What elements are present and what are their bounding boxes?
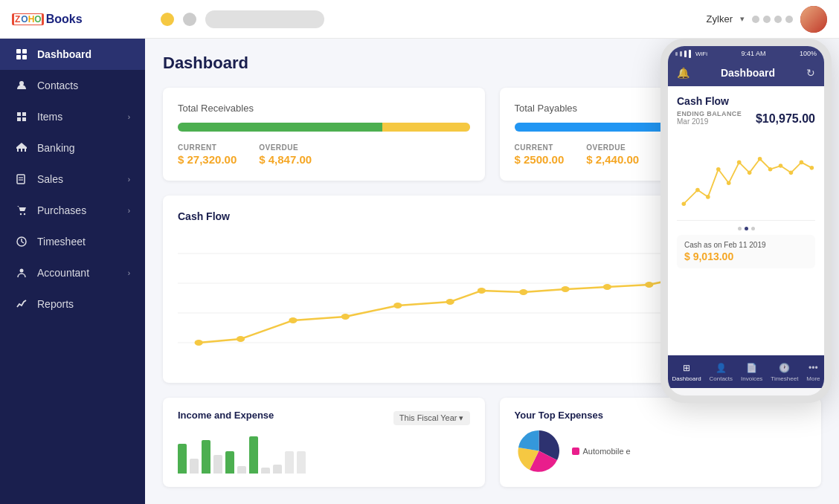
signal-3 bbox=[684, 51, 687, 57]
receivables-progress-inner bbox=[178, 123, 470, 132]
signal-4 bbox=[689, 50, 691, 58]
phone-dot-2 bbox=[745, 227, 748, 230]
phone-nav-dashboard[interactable]: ⊞ Dashboard bbox=[672, 362, 701, 382]
svg-point-50 bbox=[779, 164, 783, 168]
payables-current-amount: $ 2500.00 bbox=[515, 153, 565, 166]
bar-1 bbox=[178, 444, 187, 474]
sidebar-label-banking: Banking bbox=[37, 142, 75, 154]
phone-signal: WiFi bbox=[675, 50, 707, 58]
sidebar-item-accountant[interactable]: Accountant › bbox=[0, 257, 145, 288]
bar-5 bbox=[225, 451, 234, 474]
legend-automobile-color bbox=[572, 448, 579, 455]
phone-bottom-section: Cash as on Feb 11 2019 $ 9,013.00 bbox=[677, 235, 815, 268]
purchases-chevron: › bbox=[128, 207, 130, 215]
bar-4 bbox=[213, 455, 222, 474]
phone-chart-svg bbox=[677, 132, 815, 221]
fiscal-year-filter[interactable]: This Fiscal Year ▾ bbox=[393, 411, 470, 425]
receivables-title: Total Receivables bbox=[178, 103, 470, 114]
signal-2 bbox=[680, 51, 682, 56]
sidebar-label-timesheet: Timesheet bbox=[37, 236, 86, 248]
svg-point-41 bbox=[682, 201, 687, 206]
receivables-green-bar bbox=[178, 123, 382, 132]
legend-automobile-label: Automobile e bbox=[583, 447, 631, 456]
sidebar-label-contacts: Contacts bbox=[37, 80, 78, 91]
income-expense-header: Income and Expense This Fiscal Year ▾ bbox=[178, 410, 470, 427]
svg-point-33 bbox=[478, 288, 486, 294]
phone-refresh-icon[interactable]: ↻ bbox=[806, 67, 815, 79]
svg-point-49 bbox=[768, 167, 773, 172]
sales-chevron: › bbox=[128, 175, 130, 184]
timesheet-icon bbox=[15, 235, 28, 248]
phone-nav-invoices[interactable]: 📄 Invoices bbox=[741, 362, 762, 382]
phone-nav-invoices-icon: 📄 bbox=[746, 362, 758, 374]
phone-cash-title: Cash Flow bbox=[677, 95, 815, 107]
sales-icon bbox=[15, 172, 28, 186]
svg-point-45 bbox=[727, 181, 731, 186]
sidebar-item-timesheet[interactable]: Timesheet bbox=[0, 226, 145, 257]
phone-ending-row: ENDING BALANCE Mar 2019 $10,975.00 bbox=[677, 110, 815, 126]
dashboard-icon bbox=[15, 48, 28, 61]
income-expense-chart bbox=[178, 433, 470, 474]
svg-point-36 bbox=[603, 284, 611, 290]
user-dropdown-icon[interactable]: ▾ bbox=[740, 14, 745, 24]
search-bar bbox=[205, 10, 324, 28]
phone-nav-more-label: More bbox=[806, 375, 820, 382]
svg-point-51 bbox=[789, 171, 794, 175]
phone-header: 🔔 Dashboard ↻ bbox=[668, 61, 824, 86]
svg-point-53 bbox=[810, 166, 814, 170]
sidebar: Dashboard Contacts Items › bbox=[0, 39, 145, 504]
phone-nav-timesheet[interactable]: 🕐 Timesheet bbox=[771, 362, 798, 382]
dot-2 bbox=[763, 16, 771, 23]
phone-dot-1 bbox=[738, 227, 742, 230]
svg-rect-5 bbox=[17, 112, 21, 116]
svg-point-42 bbox=[695, 188, 700, 193]
svg-rect-2 bbox=[16, 55, 21, 59]
svg-rect-0 bbox=[16, 49, 21, 54]
sidebar-item-dashboard[interactable]: Dashboard bbox=[0, 39, 145, 70]
bottom-cards-row: Income and Expense This Fiscal Year ▾ bbox=[163, 398, 821, 487]
svg-rect-9 bbox=[16, 147, 27, 149]
receivables-card: Total Receivables CURRENT $ 27,320.00 OV… bbox=[163, 88, 485, 181]
bar-3 bbox=[202, 440, 210, 474]
phone-nav-timesheet-label: Timesheet bbox=[771, 375, 798, 382]
svg-point-37 bbox=[645, 282, 653, 288]
svg-point-32 bbox=[446, 299, 454, 305]
svg-point-18 bbox=[24, 213, 25, 215]
reports-icon bbox=[15, 297, 28, 311]
logo-books-text: Books bbox=[46, 13, 83, 26]
receivables-overdue-group: OVERDUE $ 4,847.00 bbox=[259, 143, 312, 166]
phone-chart-area bbox=[677, 132, 815, 221]
phone-nav-contacts[interactable]: 👤 Contacts bbox=[710, 362, 733, 382]
topbar-right: Zylker ▾ bbox=[707, 6, 827, 33]
income-expense-title: Income and Expense bbox=[178, 410, 274, 421]
receivables-current-group: CURRENT $ 27,320.00 bbox=[178, 143, 237, 166]
sidebar-item-reports[interactable]: Reports bbox=[0, 288, 145, 320]
user-avatar[interactable] bbox=[800, 6, 827, 33]
payables-overdue-group: OVERDUE $ 2,440.00 bbox=[586, 143, 639, 166]
svg-point-48 bbox=[758, 157, 762, 161]
phone-nav-timesheet-icon: 🕐 bbox=[779, 362, 791, 374]
accountant-chevron: › bbox=[128, 269, 130, 277]
sidebar-item-purchases[interactable]: Purchases › bbox=[0, 195, 145, 226]
sidebar-label-sales: Sales bbox=[37, 173, 63, 185]
phone-time: 9:41 AM bbox=[741, 50, 765, 57]
sidebar-label-items: Items bbox=[37, 111, 62, 123]
phone-header-title: Dashboard bbox=[721, 67, 775, 79]
items-chevron: › bbox=[128, 113, 130, 121]
svg-rect-14 bbox=[17, 175, 25, 184]
signal-1 bbox=[675, 52, 678, 56]
sidebar-item-contacts[interactable]: Contacts bbox=[0, 70, 145, 101]
phone-nav-contacts-label: Contacts bbox=[710, 375, 733, 382]
user-label[interactable]: Zylker bbox=[707, 13, 733, 25]
sidebar-item-banking[interactable]: Banking bbox=[0, 132, 145, 164]
receivables-yellow-bar bbox=[382, 123, 470, 132]
sidebar-item-items[interactable]: Items › bbox=[0, 101, 145, 132]
legend-automobile: Automobile e bbox=[572, 447, 631, 456]
status-dot-yellow bbox=[161, 13, 174, 26]
top-expenses-title: Your Top Expenses bbox=[515, 410, 807, 421]
phone-bell-icon: 🔔 bbox=[677, 67, 689, 79]
svg-point-47 bbox=[748, 171, 752, 175]
sidebar-item-sales[interactable]: Sales › bbox=[0, 164, 145, 195]
phone-nav-more[interactable]: ••• More bbox=[806, 362, 820, 382]
income-expense-card: Income and Expense This Fiscal Year ▾ bbox=[163, 398, 485, 487]
